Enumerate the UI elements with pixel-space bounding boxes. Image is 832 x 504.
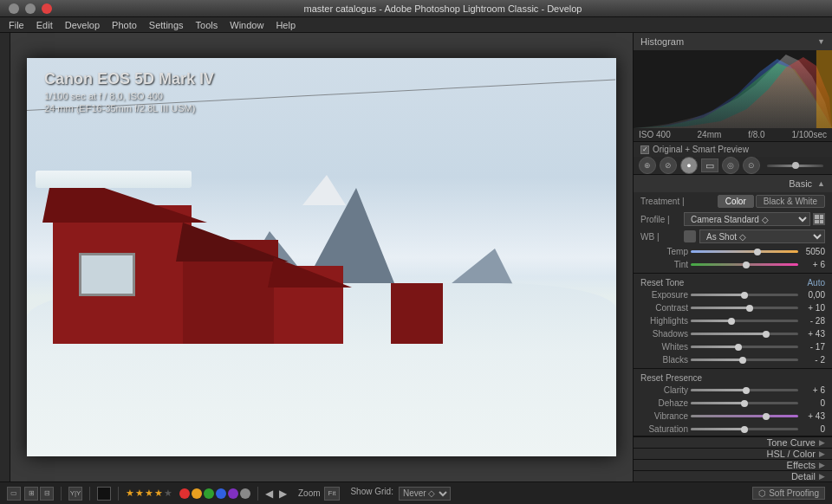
maximize-button[interactable]	[25, 3, 36, 14]
close-button[interactable]	[42, 3, 52, 14]
menu-photo[interactable]: Photo	[107, 19, 142, 31]
bottom-bar: ▭ ⊞ ⊟ Y|Y ★ ★ ★ ★ ★ ◀ ▶ Zoom Fit Show Gr…	[0, 481, 832, 504]
dehaze-slider[interactable]	[691, 402, 798, 404]
star-4[interactable]: ★	[154, 488, 163, 499]
soft-proofing-btn[interactable]: ⬡ Soft Proofing	[752, 487, 825, 500]
star-5[interactable]: ★	[164, 488, 172, 499]
saturation-slider[interactable]	[691, 428, 798, 430]
star-1[interactable]: ★	[126, 488, 134, 499]
bottom-right-controls: ⬡ Soft Proofing	[752, 487, 825, 500]
star-2[interactable]: ★	[135, 488, 144, 499]
whites-thumb	[735, 344, 742, 351]
temp-value: 5050	[801, 247, 825, 256]
exposure-slider[interactable]	[691, 294, 798, 296]
clarity-label: Clarity	[640, 385, 688, 395]
hsl-arrow: ▶	[819, 449, 825, 458]
color-purple[interactable]	[228, 488, 238, 499]
effects-section[interactable]: Effects ▶	[634, 459, 832, 470]
tool-strip: ⊕ ⊘ ● ▭ ◎ ⊙	[634, 157, 832, 175]
compare-view-btn[interactable]: ⊟	[40, 487, 54, 501]
photo-container: Canon EOS 5D Mark IV 1/100 sec at f / 8,…	[27, 58, 616, 456]
treatment-label: Treatment |	[640, 197, 692, 206]
building-far-roof	[268, 257, 352, 288]
shadows-thumb	[763, 331, 770, 338]
svg-rect-0	[816, 50, 832, 128]
grid-select[interactable]: Never ◇	[399, 487, 451, 501]
menu-edit[interactable]: Edit	[31, 19, 58, 31]
color-red[interactable]	[179, 488, 190, 499]
histogram-iso: ISO 400	[639, 130, 671, 139]
highlights-slider[interactable]	[691, 320, 798, 322]
clarity-slider[interactable]	[691, 389, 798, 391]
star-3[interactable]: ★	[145, 488, 153, 499]
nav-next[interactable]: ▶	[279, 488, 291, 500]
basic-panel-header[interactable]: Basic ▲	[634, 175, 832, 192]
menu-file[interactable]: File	[3, 19, 29, 31]
menu-tools[interactable]: Tools	[191, 19, 224, 31]
exposure-info: 1/100 sec at f / 8,0, ISO 400	[44, 91, 214, 101]
color-gray[interactable]	[240, 488, 250, 499]
histogram-toggle-icon: ▼	[817, 37, 825, 46]
menu-help[interactable]: Help	[270, 19, 301, 31]
minimize-button[interactable]	[9, 3, 19, 14]
shadows-slider[interactable]	[691, 333, 798, 335]
preview-checkbox[interactable]: ✓	[640, 145, 649, 154]
view-mode-buttons: ⊞ ⊟	[24, 487, 54, 501]
profile-label: Profile |	[640, 215, 684, 224]
radial-tool[interactable]: ◎	[722, 157, 739, 174]
heal-tool[interactable]: ⊘	[660, 157, 677, 174]
zoom-fit-btn[interactable]: Fit	[324, 487, 341, 501]
treatment-bw-btn[interactable]: Black & White	[756, 195, 825, 208]
nav-prev[interactable]: ◀	[265, 488, 277, 500]
photo-canvas: Canon EOS 5D Mark IV 1/100 sec at f / 8,…	[27, 58, 616, 456]
color-blue[interactable]	[216, 488, 226, 499]
contrast-thumb	[746, 305, 753, 312]
wb-select[interactable]: As Shot ◇	[699, 229, 825, 243]
color-swatch[interactable]	[97, 487, 111, 501]
loupe-view-btn[interactable]: ⊞	[24, 487, 38, 501]
menu-develop[interactable]: Develop	[60, 19, 105, 31]
preview-row: ✓ Original + Smart Preview	[634, 142, 832, 157]
menu-bar: File Edit Develop Photo Settings Tools W…	[0, 17, 832, 33]
temp-slider[interactable]	[691, 250, 798, 253]
gradient-tool[interactable]: ▭	[701, 158, 718, 172]
color-yellow[interactable]	[192, 488, 202, 499]
wb-eyedropper-btn[interactable]	[684, 230, 696, 242]
profile-grid-button[interactable]	[813, 213, 825, 225]
filmstrip-toggle[interactable]: ▭	[7, 487, 21, 501]
before-after-btn[interactable]: Y|Y	[68, 487, 82, 501]
tint-slider[interactable]	[691, 263, 798, 266]
hsl-section[interactable]: HSL / Color ▶	[634, 448, 832, 459]
detail-section[interactable]: Detail ▶	[634, 470, 832, 481]
histogram-chart	[634, 50, 832, 128]
basic-panel-section: Basic ▲ Treatment | Color Black & White …	[634, 175, 832, 436]
menu-window[interactable]: Window	[224, 19, 269, 31]
tone-curve-section[interactable]: Tone Curve ▶	[634, 436, 832, 448]
blacks-slider[interactable]	[691, 359, 798, 361]
detail-label: Detail	[791, 471, 816, 481]
profile-select[interactable]: Camera Standard ◇	[684, 212, 810, 226]
building-window	[79, 253, 135, 296]
reset-tone-label: Reset Tone	[640, 278, 684, 288]
treatment-color-btn[interactable]: Color	[718, 195, 754, 208]
crop-tool[interactable]: ⊕	[639, 157, 656, 174]
menu-settings[interactable]: Settings	[144, 19, 189, 31]
blacks-row: Blacks - 2	[634, 353, 832, 366]
wb-row: WB | As Shot ◇	[634, 228, 832, 245]
histogram-section: Histogram ▼	[634, 33, 832, 142]
vibrance-label: Vibrance	[640, 411, 688, 421]
auto-btn[interactable]: Auto	[807, 278, 825, 288]
contrast-slider[interactable]	[691, 307, 798, 309]
histogram-area	[634, 50, 832, 128]
effects-label: Effects	[787, 460, 816, 470]
color-green[interactable]	[204, 488, 214, 499]
redeye-tool[interactable]: ●	[680, 157, 698, 174]
histogram-header[interactable]: Histogram ▼	[634, 33, 832, 50]
highlights-label: Highlights	[640, 316, 688, 326]
temp-thumb	[754, 249, 761, 255]
saturation-label: Saturation	[640, 424, 688, 434]
window-title: master catalogus - Adobe Photoshop Light…	[59, 3, 827, 14]
whites-slider[interactable]	[691, 346, 798, 348]
vibrance-slider[interactable]	[691, 415, 798, 417]
adjust-tool[interactable]: ⊙	[743, 157, 760, 174]
